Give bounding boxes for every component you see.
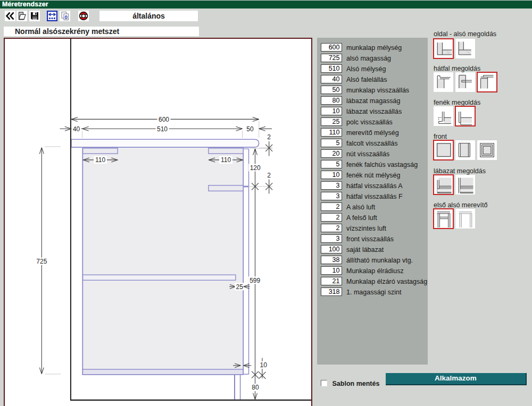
svg-text:600: 600 (159, 116, 169, 123)
svg-text:120: 120 (250, 164, 261, 172)
svg-text:2: 2 (267, 172, 271, 179)
svg-text:725: 725 (36, 258, 47, 265)
svg-text:25: 25 (236, 283, 244, 291)
svg-text:110: 110 (95, 156, 105, 164)
svg-text:510: 510 (157, 125, 168, 133)
svg-text:40: 40 (73, 125, 80, 133)
svg-text:2: 2 (267, 133, 271, 141)
svg-text:599: 599 (250, 277, 260, 284)
svg-text:80: 80 (252, 384, 259, 391)
svg-text:110: 110 (221, 156, 231, 164)
svg-text:50: 50 (246, 125, 254, 133)
svg-text:10: 10 (260, 361, 268, 369)
